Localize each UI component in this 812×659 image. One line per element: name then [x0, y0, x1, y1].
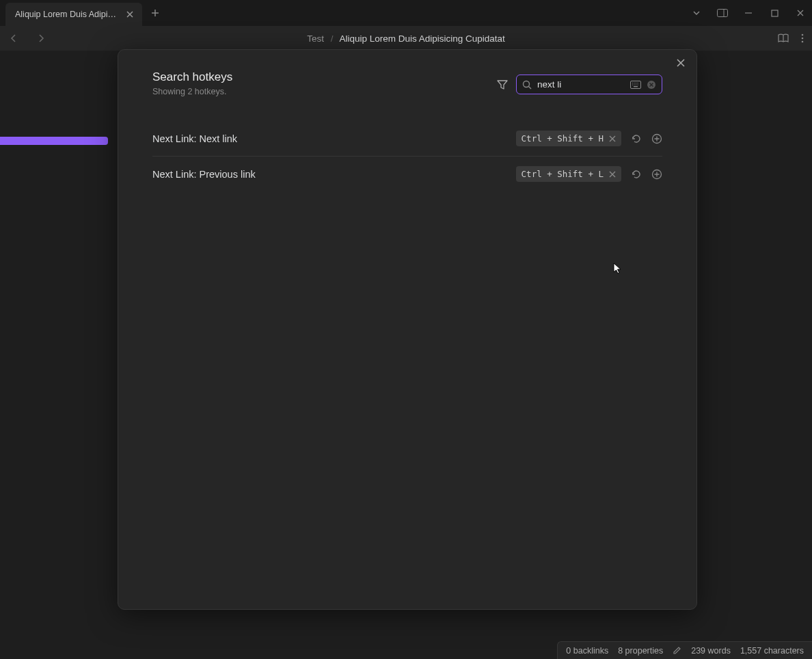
search-input[interactable]: [537, 79, 625, 90]
sidebar-heading: y plugins: [0, 431, 116, 448]
breadcrumb-separator: /: [331, 33, 334, 44]
svg-point-12: [636, 82, 636, 83]
chevron-down-icon[interactable]: [690, 9, 703, 17]
hotkey-keys: Ctrl + Shift + L: [522, 169, 604, 179]
edit-icon[interactable]: [673, 646, 681, 655]
hotkeys-modal: Search hotkeys Showing 2 hotkeys.: [118, 49, 697, 610]
modal-subtitle: Showing 2 hotkeys.: [152, 87, 232, 96]
svg-point-11: [634, 82, 634, 83]
keyboard-icon[interactable]: [630, 81, 641, 89]
svg-point-17: [637, 84, 638, 85]
sidebar-item[interactable]: tcher: [0, 373, 116, 392]
sidebar-heading: s: [0, 221, 116, 239]
hotkey-list: Next Link: Next link Ctrl + Shift + H Ne…: [118, 96, 696, 191]
modal-title: Search hotkeys: [152, 70, 232, 84]
sidebar-toggle-icon[interactable]: [716, 9, 729, 17]
close-icon[interactable]: [124, 9, 135, 20]
svg-point-16: [636, 84, 636, 85]
breadcrumb-current[interactable]: Aliquip Lorem Duis Adipisicing Cupidatat: [339, 33, 504, 44]
svg-rect-3: [772, 10, 778, 16]
sidebar-item[interactable]: ity plugins: [0, 183, 116, 202]
hotkey-label: Next Link: Previous link: [152, 169, 256, 180]
add-hotkey-icon[interactable]: [651, 169, 662, 180]
sidebar-item[interactable]: nposer: [0, 335, 116, 354]
reset-hotkey-icon[interactable]: [631, 169, 642, 180]
sidebar-item[interactable]: s: [0, 392, 116, 412]
sidebar-item[interactable]: gins: [0, 164, 116, 183]
nav-right: [778, 33, 804, 43]
svg-line-8: [529, 86, 532, 89]
svg-point-6: [802, 41, 804, 43]
settings-sidebar: nks ce gins ity plugins s d palette es e…: [0, 51, 116, 640]
modal-close-icon[interactable]: [676, 58, 686, 68]
sidebar-item[interactable]: nks: [0, 98, 116, 118]
statusbar: 0 backlinks 8 properties 239 words 1,557…: [557, 641, 812, 659]
modal-header: Search hotkeys Showing 2 hotkeys.: [118, 50, 696, 96]
new-tab-button[interactable]: [150, 8, 160, 18]
close-window-icon[interactable]: [794, 9, 807, 17]
back-icon[interactable]: [8, 33, 19, 44]
status-words[interactable]: 239 words: [691, 646, 731, 656]
svg-point-5: [802, 38, 804, 40]
hotkey-keys: Ctrl + Shift + H: [522, 133, 604, 144]
hotkey-pill[interactable]: Ctrl + Shift + L: [516, 166, 621, 182]
svg-rect-18: [634, 86, 638, 87]
titlebar: Aliquip Lorem Duis Adipisi...: [0, 0, 812, 26]
navbar: Test / Aliquip Lorem Duis Adipisicing Cu…: [0, 26, 812, 51]
breadcrumb-parent[interactable]: Test: [307, 33, 324, 44]
svg-point-14: [632, 84, 633, 85]
reset-hotkey-icon[interactable]: [631, 133, 642, 144]
remove-hotkey-icon[interactable]: [609, 135, 616, 142]
minimize-icon[interactable]: [742, 9, 755, 17]
svg-point-7: [524, 81, 530, 87]
tab[interactable]: Aliquip Lorem Duis Adipisi...: [5, 3, 142, 26]
more-icon[interactable]: [801, 33, 804, 43]
filter-icon[interactable]: [497, 79, 508, 90]
sidebar-item-hotkeys[interactable]: [0, 137, 108, 145]
remove-hotkey-icon[interactable]: [609, 171, 616, 178]
tab-title: Aliquip Lorem Duis Adipisi...: [15, 10, 119, 19]
search-icon: [522, 80, 532, 90]
maximize-icon[interactable]: [768, 10, 781, 17]
svg-point-10: [632, 82, 633, 83]
window-controls: [690, 0, 807, 26]
breadcrumb[interactable]: Test / Aliquip Lorem Duis Adipisicing Cu…: [307, 33, 505, 44]
sidebar-item[interactable]: view: [0, 354, 116, 373]
sidebar-item[interactable]: ery: [0, 316, 116, 335]
hotkey-row: Next Link: Previous link Ctrl + Shift + …: [152, 157, 662, 191]
sidebar-item[interactable]: d palette: [0, 278, 116, 297]
hotkey-label: Next Link: Next link: [152, 133, 237, 144]
status-properties[interactable]: 8 properties: [618, 646, 663, 656]
hotkey-pill[interactable]: Ctrl + Shift + H: [516, 131, 621, 146]
status-backlinks[interactable]: 0 backlinks: [566, 646, 608, 656]
sidebar-item[interactable]: ce: [0, 118, 116, 137]
search-box[interactable]: [516, 75, 662, 94]
forward-icon[interactable]: [36, 33, 46, 44]
sidebar-item[interactable]: es: [0, 297, 116, 316]
svg-rect-0: [718, 10, 728, 17]
svg-point-15: [634, 84, 634, 85]
status-characters[interactable]: 1,557 characters: [740, 646, 804, 656]
clear-icon[interactable]: [647, 80, 656, 90]
add-hotkey-icon[interactable]: [651, 133, 662, 144]
svg-point-13: [637, 82, 638, 83]
sidebar-item[interactable]: 42 - BRAT: [0, 487, 116, 506]
hotkey-row: Next Link: Next link Ctrl + Shift + H: [152, 121, 662, 157]
svg-point-4: [802, 34, 804, 36]
reading-mode-icon[interactable]: [778, 33, 789, 43]
